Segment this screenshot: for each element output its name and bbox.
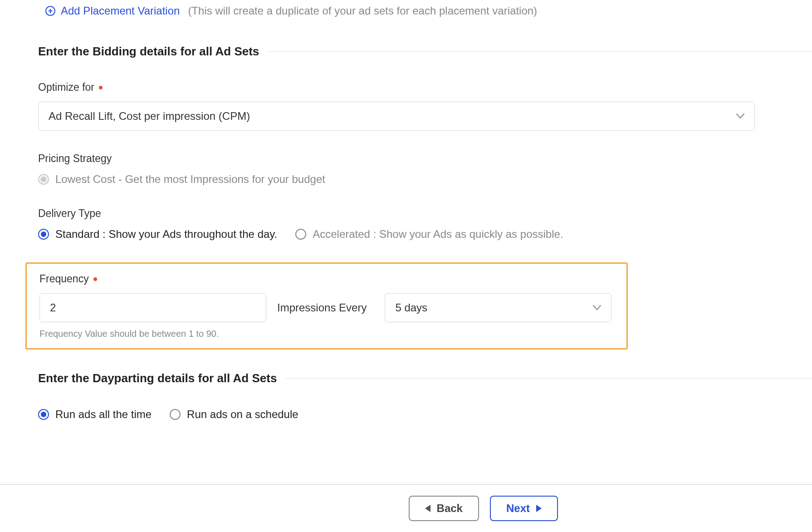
run-schedule-radio[interactable]: Run ads on a schedule	[170, 408, 298, 421]
delivery-accelerated-label: Accelerated : Show your Ads as quickly a…	[313, 228, 563, 241]
section-divider	[268, 51, 812, 52]
radio-unselected-icon	[295, 229, 306, 240]
frequency-highlight-box: Frequency 2 Impressions Every 5 days Fre…	[25, 262, 628, 350]
frequency-value: 2	[50, 301, 56, 314]
frequency-label-text: Frequency	[39, 273, 89, 285]
radio-unselected-icon	[170, 409, 181, 420]
optimize-for-label-text: Optimize for	[38, 81, 94, 94]
dayparting-section-header: Enter the Dayparting details for all Ad …	[38, 371, 812, 385]
run-schedule-label: Run ads on a schedule	[187, 408, 298, 421]
pricing-lowest-cost-radio: Lowest Cost - Get the most Impressions f…	[38, 173, 325, 186]
pricing-strategy-block: Pricing Strategy Lowest Cost - Get the m…	[38, 153, 812, 186]
next-button[interactable]: Next	[490, 496, 558, 521]
plus-circle-icon[interactable]: +	[45, 6, 55, 16]
delivery-type-block: Delivery Type Standard : Show your Ads t…	[38, 207, 812, 241]
required-dot-icon	[93, 277, 97, 281]
delivery-accelerated-radio[interactable]: Accelerated : Show your Ads as quickly a…	[295, 228, 563, 241]
add-placement-variation-link[interactable]: Add Placement Variation	[61, 5, 180, 17]
chevron-down-icon	[593, 305, 601, 310]
chevron-down-icon	[736, 113, 744, 119]
add-placement-help-text: (This will create a duplicate of your ad…	[188, 5, 537, 17]
bidding-section-header: Enter the Bidding details for all Ad Set…	[38, 44, 812, 59]
next-button-label: Next	[506, 502, 530, 515]
back-button[interactable]: Back	[409, 496, 479, 521]
add-placement-variation-row: + Add Placement Variation (This will cre…	[45, 5, 812, 17]
footer-bar: Back Next	[0, 484, 812, 532]
pricing-strategy-label-text: Pricing Strategy	[38, 153, 112, 165]
triangle-right-icon	[536, 505, 542, 512]
delivery-type-label-text: Delivery Type	[38, 207, 101, 220]
impressions-every-label: Impressions Every	[277, 301, 374, 314]
frequency-label: Frequency	[39, 273, 614, 285]
back-button-label: Back	[437, 502, 463, 515]
pricing-lowest-cost-label: Lowest Cost - Get the most Impressions f…	[55, 173, 325, 186]
frequency-period-value: 5 days	[395, 301, 427, 314]
optimize-for-block: Optimize for Ad Recall Lift, Cost per im…	[38, 81, 812, 131]
dayparting-options-block: Run ads all the time Run ads on a schedu…	[38, 408, 812, 421]
delivery-type-label: Delivery Type	[38, 207, 812, 220]
frequency-helper-text: Frequency Value should be between 1 to 9…	[39, 329, 614, 339]
optimize-for-label: Optimize for	[38, 81, 812, 94]
optimize-for-select[interactable]: Ad Recall Lift, Cost per impression (CPM…	[38, 102, 755, 131]
frequency-value-input[interactable]: 2	[39, 293, 266, 322]
radio-icon	[38, 174, 49, 185]
bidding-section-title: Enter the Bidding details for all Ad Set…	[38, 44, 259, 59]
pricing-strategy-label: Pricing Strategy	[38, 153, 812, 165]
radio-selected-icon	[38, 409, 49, 420]
triangle-left-icon	[425, 505, 430, 512]
radio-selected-icon	[38, 229, 49, 240]
run-all-time-radio[interactable]: Run ads all the time	[38, 408, 152, 421]
frequency-period-select[interactable]: 5 days	[385, 293, 611, 322]
delivery-standard-label: Standard : Show your Ads throughout the …	[55, 228, 277, 241]
run-all-time-label: Run ads all the time	[55, 408, 152, 421]
section-divider	[286, 378, 812, 379]
delivery-standard-radio[interactable]: Standard : Show your Ads throughout the …	[38, 228, 277, 241]
dayparting-section-title: Enter the Dayparting details for all Ad …	[38, 371, 277, 385]
required-dot-icon	[99, 86, 103, 89]
optimize-for-value: Ad Recall Lift, Cost per impression (CPM…	[49, 110, 250, 123]
